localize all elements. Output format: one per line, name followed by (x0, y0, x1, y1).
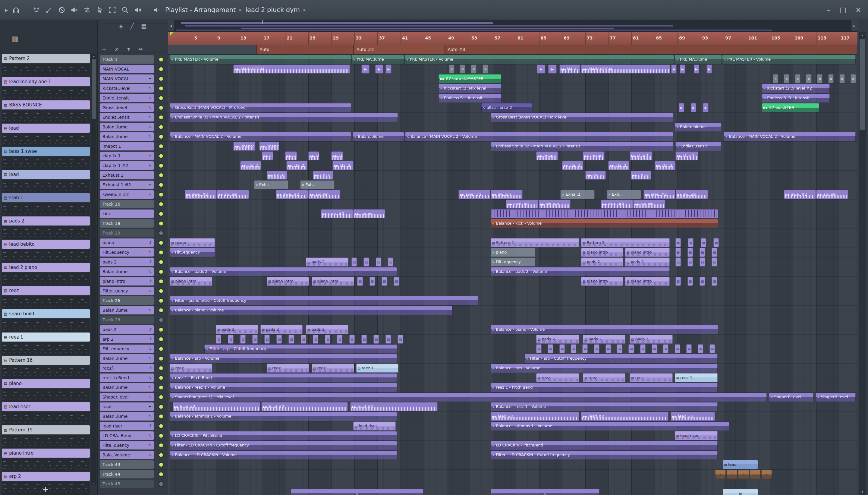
clip-mini[interactable]: ▤ (698, 344, 703, 353)
track-mute-led[interactable] (159, 366, 163, 370)
clip-piano-intro[interactable]: ▤piano intro (312, 277, 354, 286)
clip-kickstart-2-mix-level[interactable]: ∿Kickstart (2..Mix level (438, 84, 501, 93)
clip-pads-2[interactable]: ▤pads 2 (306, 325, 348, 334)
clip-pre-ma-lume[interactable]: ∿PRE MA..lume (675, 55, 722, 64)
add-icon[interactable]: + (102, 46, 106, 52)
clip-swe-2[interactable]: ▶▶swe..#2 (458, 190, 490, 199)
clip-mini[interactable]: ▤ (688, 238, 694, 247)
clip-ultra-erse-2[interactable]: ∿ultra-..erse-2 (481, 103, 532, 112)
track-mute-led[interactable] (159, 482, 163, 486)
track-mute-led[interactable] (159, 328, 163, 331)
track-name-balan-lume[interactable]: Balan..lume∿ (100, 123, 154, 131)
menu-arrow-icon[interactable]: ▸ (5, 6, 8, 14)
pattern-item-pattern-2[interactable]: ▤Pattern 2 (2, 54, 90, 77)
clip-sw-wn[interactable]: ▶▶sw..wn (491, 190, 523, 199)
clip-lead[interactable]: ▤lead (723, 460, 758, 469)
clip-endless-smile-32-main-vocal-2-intensit[interactable]: ∿Endless Smile 32 - MAIN VOCAL 2 - Inten… (491, 142, 673, 151)
clip-lead-2[interactable]: ▶▶lead #2 (173, 402, 260, 411)
clip-balance-reez-1-volume[interactable]: ∿Balance - reez 1 - Volume (170, 383, 397, 392)
track-name-track-19[interactable]: Track 19 (100, 229, 154, 237)
track-name-lead-riser[interactable]: lead riser♪ (100, 422, 154, 430)
track-mute-led[interactable] (159, 96, 163, 100)
clip-lead-riser[interactable]: ▤lead riser (675, 431, 718, 440)
clip-mini[interactable]: ▤ (264, 335, 270, 344)
track-name-sweep-n-2[interactable]: sweep..n #2+ (100, 190, 154, 199)
clip-pads-2[interactable]: ▤pads 2 (630, 335, 673, 344)
clip-mini[interactable]: ▤ (712, 277, 717, 286)
clip-mini[interactable]: ▤ (388, 257, 393, 267)
minimize-button[interactable]: – (827, 6, 830, 14)
clip-mini[interactable]: ▤ (276, 335, 282, 344)
pattern-item-piano-intro[interactable]: ▤piano intro (2, 448, 90, 472)
clip-lead-2[interactable]: ▶▶lead #2 (491, 412, 579, 421)
timeline-marker-auto[interactable]: Auto (256, 45, 353, 54)
clip-pads-2[interactable]: ▤pads 2 (260, 325, 303, 334)
track-mute-led[interactable] (159, 463, 163, 467)
track-name-clap-fx-1[interactable]: clap fx 1+ (100, 152, 154, 160)
slash-circle-icon[interactable] (56, 4, 68, 16)
track-name-reez-[interactable]: reez}♪ (100, 364, 154, 372)
clip-mini[interactable]: ▤ (675, 344, 680, 353)
clip-pads-2[interactable]: ▤pads 2 (216, 325, 258, 334)
clip-piano-intro[interactable]: ▤piano intro (625, 277, 670, 286)
track-mute-led[interactable] (159, 241, 163, 245)
track-name-track-1[interactable]: Track 1 (100, 55, 154, 64)
clip-pads-2[interactable]: ▤pads 2 (583, 335, 625, 344)
track-name-kick[interactable]: kick (100, 209, 154, 218)
track-mute-led[interactable] (159, 260, 163, 264)
clip-mini[interactable]: ▤ (385, 335, 391, 344)
clip-balan-olume[interactable]: ∿Balan..olume (675, 122, 721, 132)
pointer-icon[interactable] (94, 4, 105, 16)
track-name-kicksta-level[interactable]: Kicksta..level∿ (100, 84, 154, 92)
pattern-item-lead-2-piano[interactable]: ▤lead 2 piano (2, 263, 90, 286)
track-name-balan-lume[interactable]: Balan..lume∿ (100, 268, 154, 276)
track-name-exhaust-1-2[interactable]: Exhaust 1 #2+ (100, 181, 154, 189)
track-name-balan-lume[interactable]: Balan..lume∿ (100, 354, 154, 363)
clip-endles-tensit[interactable]: ∿Endles..tensit (675, 142, 721, 151)
clip-swe-2[interactable]: ▶▶swe..#2 (643, 190, 675, 199)
track-mute-led[interactable] (159, 279, 163, 284)
track-name-balan-lume[interactable]: Balan..lume∿ (100, 412, 154, 421)
clip-patB[interactable]: ▤ (723, 489, 758, 495)
clip-sw-wn[interactable]: ▶▶sw..wn (308, 190, 340, 199)
track-name-piano[interactable]: piano♪ (100, 238, 154, 247)
clip-reez[interactable]: ▤reez (630, 373, 673, 382)
pattern-item-lead[interactable]: ▤lead (2, 170, 90, 193)
clip-piano-intro[interactable]: ▤piano intro (581, 277, 623, 286)
clip-mini[interactable]: ▤ (571, 344, 576, 353)
clip-sw-wn[interactable]: ▶▶sw..wn (539, 200, 571, 209)
clip-reez-1-pitch-bend[interactable]: ∿reez 1 - Pitch Bend (170, 373, 397, 382)
clip-mini[interactable]: ▤ (688, 248, 693, 257)
clip-reez-1[interactable]: ▤reez 1 (675, 373, 718, 382)
clip-mute[interactable]: × (784, 74, 789, 83)
clip-miniP[interactable]: ▶ (361, 65, 370, 73)
clip-mini[interactable]: ▤ (640, 344, 646, 353)
clip-mini[interactable]: ▤ (337, 335, 342, 344)
clip-mini[interactable]: ▤ (582, 344, 588, 353)
clip-cl-x-1[interactable]: ▶▶cl..x 1 (285, 151, 297, 160)
clip-mute[interactable]: × (795, 74, 800, 83)
clip-mute[interactable]: × (483, 65, 488, 73)
clip-imapct-1[interactable]: ▶▶imapct 1 (583, 151, 605, 160)
track-name-imapct-1[interactable]: imapct 1+ (100, 142, 154, 150)
clip-mini[interactable]: ▤ (675, 248, 681, 257)
track-mute-led[interactable] (159, 405, 163, 409)
scroll-down-icon[interactable]: ▾ (859, 490, 866, 494)
clip-balance-arp-volume[interactable]: ∿Balance - arp - Volume (170, 354, 397, 363)
clip-swe-2[interactable]: ▶▶swe..#2 (784, 190, 816, 199)
pattern-item-lead-melody-one-1[interactable]: ▤lead melody one 1 (2, 77, 90, 100)
volume-icon[interactable] (132, 4, 143, 16)
clip-filter-ld-crackin-cutoff-frequency[interactable]: ∿Filter - LD CRACKIN - Cutoff frequency (170, 441, 397, 450)
clip-mini[interactable]: ▤ (628, 344, 634, 353)
clip-mini[interactable]: ▤ (686, 344, 692, 353)
clip-mini[interactable]: ▤ (382, 277, 387, 286)
track-name-clap-fx-1-2[interactable]: clap fx 1 #2+ (100, 161, 154, 170)
clip-mini[interactable]: ▤ (289, 335, 294, 344)
clip-imapct-1[interactable]: ▶▶imapct 1 (259, 142, 279, 151)
track-name-track-26[interactable]: Track 26 (100, 296, 154, 305)
clip-cla-2[interactable]: ▶▶cla..2 (286, 161, 308, 170)
track-name-pads-2[interactable]: pads 2♪ (100, 258, 154, 266)
swap-arrows-icon[interactable] (81, 4, 93, 16)
clip-balance-pads-2-volume[interactable]: ∿Balance - pads 2 - Volume (491, 267, 670, 276)
clip-balance-ld-crackin-volume[interactable]: ∿Balance - LD CRACKIN - Volume (170, 450, 397, 459)
